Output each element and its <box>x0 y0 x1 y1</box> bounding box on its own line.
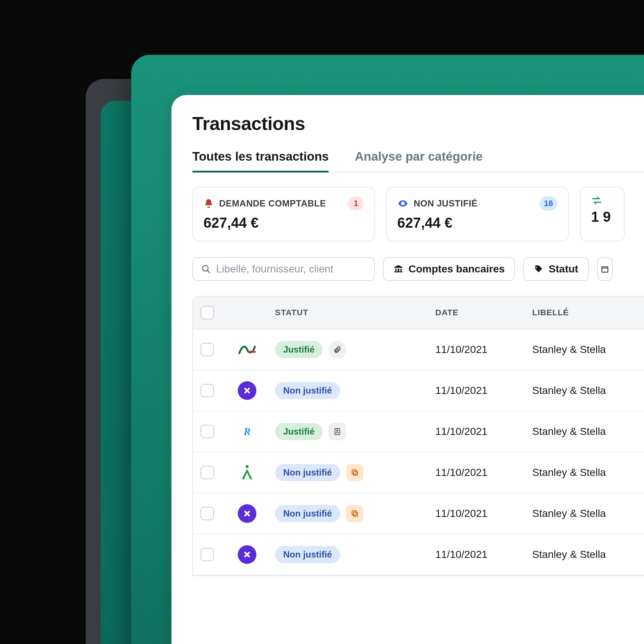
table-row[interactable]: Non justifié 11/10/2021 Stanley & Stella <box>193 452 644 493</box>
svg-point-4 <box>337 430 338 431</box>
select-all-checkbox[interactable] <box>201 306 214 319</box>
bank-icon <box>394 264 403 274</box>
summary-value: 627,44 € <box>397 215 558 231</box>
status-pill: Justifié <box>275 423 323 440</box>
search-input[interactable] <box>216 263 366 275</box>
row-date: 11/10/2021 <box>435 467 532 479</box>
summary-label: DEMANDE COMPTABLE <box>219 198 326 209</box>
summary-row: DEMANDE COMPTABLE 1 627,44 € NON JUSTIFI… <box>192 187 644 242</box>
copy-icon[interactable] <box>346 505 363 522</box>
row-label: Stanley & Stella <box>532 385 644 397</box>
bank-logo-purple <box>238 381 256 400</box>
bank-logo-purple <box>238 545 256 564</box>
svg-point-5 <box>246 465 249 468</box>
summary-card-unjustified[interactable]: NON JUSTIFIÉ 16 627,44 € <box>386 187 569 242</box>
filter-bank-accounts[interactable]: Comptes bancaires <box>383 257 515 281</box>
tab-all-transactions[interactable]: Toutes les transactions <box>192 149 329 172</box>
status-pill: Non justifié <box>275 464 340 481</box>
col-label: LIBELLÉ <box>532 308 644 318</box>
receipt-icon[interactable] <box>329 423 346 440</box>
row-date: 11/10/2021 <box>435 385 532 397</box>
row-label: Stanley & Stella <box>532 549 644 561</box>
content-card: Transactions Toutes les transactions Ana… <box>171 95 644 644</box>
table-row[interactable]: R Justifié 11/10/2021 Stanley & Stella <box>193 411 644 452</box>
row-date: 11/10/2021 <box>435 508 532 520</box>
row-label: Stanley & Stella <box>532 508 644 520</box>
svg-rect-7 <box>352 470 356 474</box>
bank-logo-star <box>238 463 256 482</box>
row-label: Stanley & Stella <box>532 426 644 438</box>
col-status: STATUT <box>275 308 435 318</box>
filter-row: Comptes bancaires Statut <box>192 257 644 281</box>
status-pill: Non justifié <box>275 505 340 522</box>
table-row[interactable]: Non justifié 11/10/2021 Stanley & Stella <box>193 534 644 575</box>
paperclip-icon[interactable] <box>329 341 346 358</box>
svg-rect-8 <box>353 512 357 516</box>
row-checkbox[interactable] <box>201 548 214 561</box>
table-row[interactable]: Justifié 11/10/2021 Stanley & Stella <box>193 329 644 370</box>
summary-badge: 16 <box>540 196 558 211</box>
search-input-wrapper[interactable] <box>192 257 375 281</box>
filter-status[interactable]: Statut <box>523 257 588 281</box>
page-title: Transactions <box>192 113 644 135</box>
summary-value: 1 9 <box>591 209 613 225</box>
svg-rect-6 <box>353 471 357 475</box>
filter-clipped[interactable] <box>597 257 613 281</box>
summary-card-accounting-request[interactable]: DEMANDE COMPTABLE 1 627,44 € <box>192 187 375 242</box>
row-checkbox[interactable] <box>201 507 214 520</box>
summary-label: NON JUSTIFIÉ <box>414 198 477 209</box>
tab-category-analysis[interactable]: Analyse par catégorie <box>355 149 483 172</box>
status-pill: Non justifié <box>275 546 340 563</box>
copy-icon[interactable] <box>346 464 363 481</box>
search-icon <box>201 264 211 274</box>
row-date: 11/10/2021 <box>435 344 532 356</box>
status-pill: Justifié <box>275 341 323 358</box>
row-label: Stanley & Stella <box>532 467 644 479</box>
app-window: Transactions Toutes les transactions Ana… <box>131 55 644 644</box>
table-header: STATUT DATE LIBELLÉ <box>193 297 644 329</box>
row-checkbox[interactable] <box>201 425 214 438</box>
calendar-icon <box>601 264 609 274</box>
table-row[interactable]: Non justifié 11/10/2021 Stanley & Stella <box>193 493 644 534</box>
summary-card-clipped[interactable]: 1 9 <box>580 187 625 242</box>
row-label: Stanley & Stella <box>532 344 644 356</box>
svg-point-0 <box>402 203 404 205</box>
row-checkbox[interactable] <box>201 466 214 479</box>
row-date: 11/10/2021 <box>435 426 532 438</box>
bell-icon <box>203 198 214 209</box>
filter-label: Statut <box>549 263 578 275</box>
col-date: DATE <box>435 308 532 318</box>
row-date: 11/10/2021 <box>435 549 532 561</box>
bank-logo-ca <box>238 340 256 359</box>
svg-rect-9 <box>352 511 356 515</box>
status-pill: Non justifié <box>275 382 340 399</box>
bank-logo-revolut: R <box>238 422 256 441</box>
tag-icon <box>534 264 543 274</box>
table-row[interactable]: Non justifié 11/10/2021 Stanley & Stella <box>193 370 644 411</box>
summary-badge: 1 <box>348 196 364 211</box>
svg-rect-2 <box>602 267 608 272</box>
transactions-table: STATUT DATE LIBELLÉ Justifié <box>192 296 644 576</box>
row-checkbox[interactable] <box>201 343 214 356</box>
filter-label: Comptes bancaires <box>408 263 505 275</box>
summary-value: 627,44 € <box>203 215 364 231</box>
bank-logo-purple <box>238 504 256 523</box>
eye-icon <box>397 198 408 209</box>
swap-icon <box>591 196 602 205</box>
tabs: Toutes les transactions Analyse par caté… <box>192 149 644 173</box>
row-checkbox[interactable] <box>201 384 214 397</box>
